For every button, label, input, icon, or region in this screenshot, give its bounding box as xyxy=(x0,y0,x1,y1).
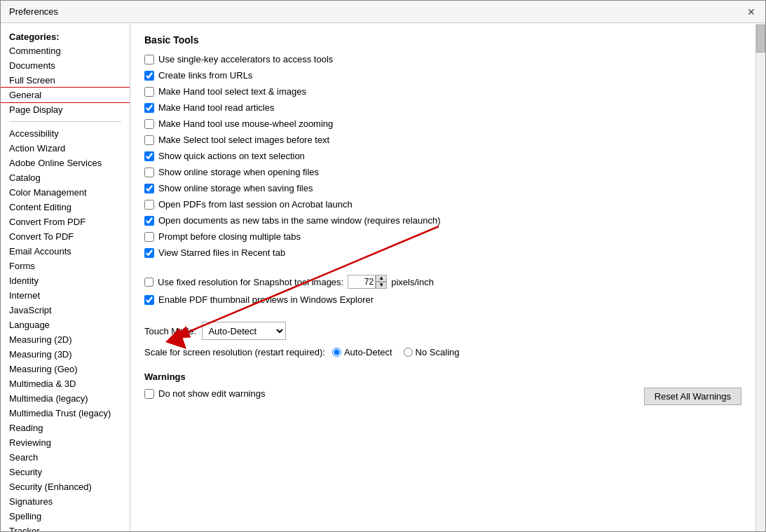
no-edit-warnings-checkbox[interactable] xyxy=(144,389,154,399)
spinner-arrows: ▲ ▼ xyxy=(376,275,387,289)
sidebar-item-convert-from-pdf[interactable]: Convert From PDF xyxy=(1,214,130,229)
hand-tool-zoom-checkbox[interactable] xyxy=(144,119,154,129)
sidebar-item-action-wizard[interactable]: Action Wizard xyxy=(1,141,130,156)
online-storage-opening-label: Show online storage when opening files xyxy=(158,167,319,177)
sidebar-item-multimedia-3d[interactable]: Multimedia & 3D xyxy=(1,376,130,391)
hand-tool-text-checkbox[interactable] xyxy=(144,87,154,97)
window-title: Preferences xyxy=(9,6,58,17)
online-storage-opening-checkbox[interactable] xyxy=(144,168,154,177)
warnings-section: Warnings Do not show edit warnings Reset… xyxy=(144,371,741,405)
online-storage-saving-label: Show online storage when saving files xyxy=(158,183,313,193)
sidebar-item-page-display[interactable]: Page Display xyxy=(1,102,130,117)
sidebar-item-full-screen[interactable]: Full Screen xyxy=(1,73,130,88)
single-key-checkbox[interactable] xyxy=(144,55,154,64)
auto-detect-option: Auto-Detect xyxy=(332,347,392,357)
sidebar-item-spelling[interactable]: Spelling xyxy=(1,509,130,524)
sidebar-item-internet[interactable]: Internet xyxy=(1,288,130,303)
spinner-down[interactable]: ▼ xyxy=(376,282,387,289)
open-pdfs-last-session-checkbox[interactable] xyxy=(144,200,154,210)
no-scaling-label: No Scaling xyxy=(416,347,460,357)
sidebar: Categories: CommentingDocumentsFull Scre… xyxy=(1,23,130,531)
main-panel: Basic Tools Use single-key accelerators … xyxy=(130,23,755,531)
checkbox-row-view-starred-files: View Starred files in Recent tab xyxy=(144,247,741,258)
sidebar-item-measuring-geo[interactable]: Measuring (Geo) xyxy=(1,362,130,376)
sidebar-item-email-accounts[interactable]: Email Accounts xyxy=(1,244,130,259)
prompt-closing-tabs-checkbox[interactable] xyxy=(144,232,154,242)
prompt-closing-tabs-label: Prompt before closing multiple tabs xyxy=(158,231,301,242)
thumbnail-checkbox[interactable] xyxy=(144,295,154,305)
sidebar-item-measuring-3d[interactable]: Measuring (3D) xyxy=(1,347,130,362)
close-button[interactable]: ✕ xyxy=(743,4,760,20)
checkbox-row-hand-tool-zoom: Make Hand tool use mouse-wheel zooming xyxy=(144,118,741,129)
sidebar-item-documents[interactable]: Documents xyxy=(1,58,130,73)
sidebar-item-security[interactable]: Security xyxy=(1,465,130,479)
no-scaling-option: No Scaling xyxy=(404,347,460,357)
quick-actions-checkbox[interactable] xyxy=(144,151,154,161)
hand-tool-articles-label: Make Hand tool read articles xyxy=(158,102,274,113)
view-starred-files-checkbox[interactable] xyxy=(144,248,154,258)
sidebar-item-language[interactable]: Language xyxy=(1,318,130,332)
spinner-up[interactable]: ▲ xyxy=(376,275,387,282)
sidebar-item-search[interactable]: Search xyxy=(1,450,130,465)
sidebar-item-security-enhanced[interactable]: Security (Enhanced) xyxy=(1,479,130,494)
hand-tool-articles-checkbox[interactable] xyxy=(144,103,154,113)
no-scaling-radio[interactable] xyxy=(404,348,413,357)
open-docs-new-tabs-checkbox[interactable] xyxy=(144,216,154,226)
snapshot-checkbox[interactable] xyxy=(144,278,153,287)
select-tool-images-label: Make Select tool select images before te… xyxy=(158,135,329,145)
auto-detect-radio[interactable] xyxy=(332,348,341,357)
sidebar-item-reading[interactable]: Reading xyxy=(1,421,130,435)
sidebar-item-multimedia-legacy[interactable]: Multimedia (legacy) xyxy=(1,391,130,406)
sidebar-item-signatures[interactable]: Signatures xyxy=(1,494,130,509)
snapshot-unit: pixels/inch xyxy=(391,277,434,287)
checkbox-row-quick-actions: Show quick actions on text selection xyxy=(144,151,741,161)
reset-all-warnings-button[interactable]: Reset All Warnings xyxy=(644,388,741,405)
touch-mode-label: Touch Mode: xyxy=(144,326,196,336)
online-storage-saving-checkbox[interactable] xyxy=(144,184,154,193)
sidebar-item-adobe-online-services[interactable]: Adobe Online Services xyxy=(1,156,130,170)
checkbox-row-hand-tool-articles: Make Hand tool read articles xyxy=(144,102,741,113)
touch-mode-select[interactable]: Auto-Detect Always Never xyxy=(202,322,286,340)
radio-group: Auto-Detect No Scaling xyxy=(332,347,460,357)
sidebar-item-color-management[interactable]: Color Management xyxy=(1,185,130,200)
sidebar-item-multimedia-trust-legacy[interactable]: Multimedia Trust (legacy) xyxy=(1,406,130,421)
sidebar-item-identity[interactable]: Identity xyxy=(1,273,130,288)
preferences-window: Preferences ✕ Categories: CommentingDocu… xyxy=(0,0,766,532)
sidebar-divider xyxy=(9,121,121,122)
title-bar: Preferences ✕ xyxy=(1,1,765,23)
sidebar-item-measuring-2d[interactable]: Measuring (2D) xyxy=(1,332,130,347)
checkbox-row-open-docs-new-tabs: Open documents as new tabs in the same w… xyxy=(144,215,741,226)
checkbox-row-select-tool-images: Make Select tool select images before te… xyxy=(144,135,741,145)
sidebar-item-tracker[interactable]: Tracker xyxy=(1,524,130,531)
main-scrollbar[interactable] xyxy=(755,23,765,531)
scale-row: Scale for screen resolution (restart req… xyxy=(144,347,741,357)
sidebar-item-general[interactable]: General xyxy=(1,88,130,102)
sidebar-item-convert-to-pdf[interactable]: Convert To PDF xyxy=(1,229,130,244)
warnings-checkbox-row: Do not show edit warnings xyxy=(144,388,265,399)
view-starred-files-label: View Starred files in Recent tab xyxy=(158,247,285,258)
sidebar-item-accessibility[interactable]: Accessibility xyxy=(1,126,130,141)
sidebar-item-javascript[interactable]: JavaScript xyxy=(1,303,130,318)
touch-mode-row: Touch Mode: Auto-Detect Always Never xyxy=(144,322,741,340)
section-title: Basic Tools xyxy=(144,34,741,46)
sidebar-item-catalog[interactable]: Catalog xyxy=(1,170,130,185)
sidebar-item-forms[interactable]: Forms xyxy=(1,259,130,273)
create-links-checkbox[interactable] xyxy=(144,71,154,81)
scrollbar-thumb[interactable] xyxy=(756,25,765,53)
single-key-label: Use single-key accelerators to access to… xyxy=(158,54,333,64)
select-tool-images-checkbox[interactable] xyxy=(144,135,154,145)
checkbox-row-single-key: Use single-key accelerators to access to… xyxy=(144,54,741,64)
sidebar-item-commenting[interactable]: Commenting xyxy=(1,43,130,58)
snapshot-spinner[interactable]: ▲ ▼ xyxy=(348,275,387,289)
checkbox-row-prompt-closing-tabs: Prompt before closing multiple tabs xyxy=(144,231,741,242)
create-links-label: Create links from URLs xyxy=(158,70,252,81)
sidebar-item-reviewing[interactable]: Reviewing xyxy=(1,435,130,450)
hand-tool-text-label: Make Hand tool select text & images xyxy=(158,86,306,97)
checkbox-row-online-storage-saving: Show online storage when saving files xyxy=(144,183,741,193)
open-docs-new-tabs-label: Open documents as new tabs in the same w… xyxy=(158,215,441,226)
sidebar-item-content-editing[interactable]: Content Editing xyxy=(1,200,130,214)
checkbox-row-online-storage-opening: Show online storage when opening files xyxy=(144,167,741,177)
checkbox-row-open-pdfs-last-session: Open PDFs from last session on Acrobat l… xyxy=(144,199,741,210)
categories-label: Categories: xyxy=(1,29,130,43)
snapshot-value-input[interactable] xyxy=(348,275,376,289)
